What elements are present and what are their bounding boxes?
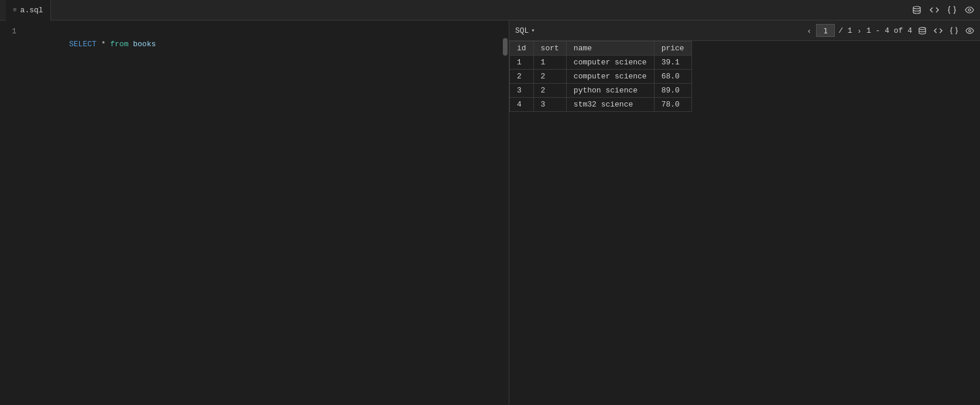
line-number-1: 1 (0, 25, 16, 38)
editor-content: 1 SELECT * from books (0, 20, 509, 64)
table-row[interactable]: 11computer science39.1 (510, 56, 692, 70)
top-bar: ≡ a.sql (0, 0, 980, 20)
results-database-icon[interactable] (918, 26, 927, 35)
next-page-button[interactable]: › (856, 25, 863, 36)
results-braces-icon[interactable] (950, 26, 958, 35)
tab-label: a.sql (20, 6, 43, 15)
results-toolbar-icons (918, 26, 974, 35)
range-label: 1 - 4 of 4 (866, 26, 912, 35)
cell-name-3: python science (566, 84, 654, 98)
cell-sort-4: 3 (533, 98, 566, 112)
editor-pane: 1 SELECT * from books (0, 20, 509, 405)
cell-sort-1: 1 (533, 56, 566, 70)
svg-point-3 (969, 29, 971, 32)
file-icon: ≡ (13, 6, 17, 13)
svg-point-0 (913, 6, 920, 9)
code-area[interactable]: SELECT * from books (23, 25, 509, 64)
col-header-sort[interactable]: sort (533, 42, 566, 56)
sql-format-selector[interactable]: SQL ▾ (515, 26, 534, 35)
database-icon[interactable] (912, 5, 921, 15)
code-icon[interactable] (930, 5, 939, 15)
svg-point-2 (919, 27, 926, 29)
cell-id-1: 1 (510, 56, 534, 70)
cell-name-4: stm32 science (566, 98, 654, 112)
results-code-icon[interactable] (934, 26, 943, 35)
table-name: books (128, 40, 156, 49)
keyword-from: from (110, 40, 128, 49)
cell-name-1: computer science (566, 56, 654, 70)
table-row[interactable]: 32python science89.0 (510, 84, 692, 98)
page-total: / 1 (838, 26, 852, 35)
cell-sort-3: 2 (533, 84, 566, 98)
dropdown-arrow-icon: ▾ (531, 27, 534, 34)
cell-id-4: 4 (510, 98, 534, 112)
cell-price-4: 78.0 (654, 98, 691, 112)
results-pane: SQL ▾ ‹ / 1 › 1 - 4 of 4 (509, 20, 980, 405)
tab-a-sql[interactable]: ≡ a.sql (6, 0, 51, 20)
cell-price-2: 68.0 (654, 70, 691, 84)
cell-id-3: 3 (510, 84, 534, 98)
cell-sort-2: 2 (533, 70, 566, 84)
table-row[interactable]: 22computer science68.0 (510, 70, 692, 84)
table-row[interactable]: 43stm32 science78.0 (510, 98, 692, 112)
cell-price-3: 89.0 (654, 84, 691, 98)
col-header-id[interactable]: id (510, 42, 534, 56)
star-operator: * (97, 40, 110, 49)
tab-area: ≡ a.sql (6, 0, 51, 20)
col-header-name[interactable]: name (566, 42, 654, 56)
page-number-input[interactable] (816, 24, 835, 37)
cell-name-2: computer science (566, 70, 654, 84)
main-area: 1 SELECT * from books SQL ▾ ‹ / 1 › 1 - … (0, 20, 980, 405)
sql-label: SQL (515, 26, 529, 35)
code-line-1: SELECT * from books (23, 25, 509, 64)
results-toolbar: SQL ▾ ‹ / 1 › 1 - 4 of 4 (509, 20, 980, 41)
keyword-select: SELECT (69, 40, 97, 49)
cell-price-1: 39.1 (654, 56, 691, 70)
prev-page-button[interactable]: ‹ (806, 25, 813, 36)
results-table: id sort name price 11computer science39.… (509, 41, 692, 112)
cell-id-2: 2 (510, 70, 534, 84)
top-right-toolbar (912, 5, 974, 15)
eye-icon[interactable] (965, 5, 974, 15)
col-header-price[interactable]: price (654, 42, 691, 56)
table-header-row: id sort name price (510, 42, 692, 56)
line-numbers: 1 (0, 25, 23, 64)
results-table-container: id sort name price 11computer science39.… (509, 41, 980, 405)
svg-point-1 (968, 9, 971, 11)
results-eye-icon[interactable] (965, 26, 974, 35)
braces-icon[interactable] (947, 5, 957, 15)
pagination-controls: ‹ / 1 › 1 - 4 of 4 (806, 24, 912, 37)
scroll-indicator (503, 38, 508, 56)
